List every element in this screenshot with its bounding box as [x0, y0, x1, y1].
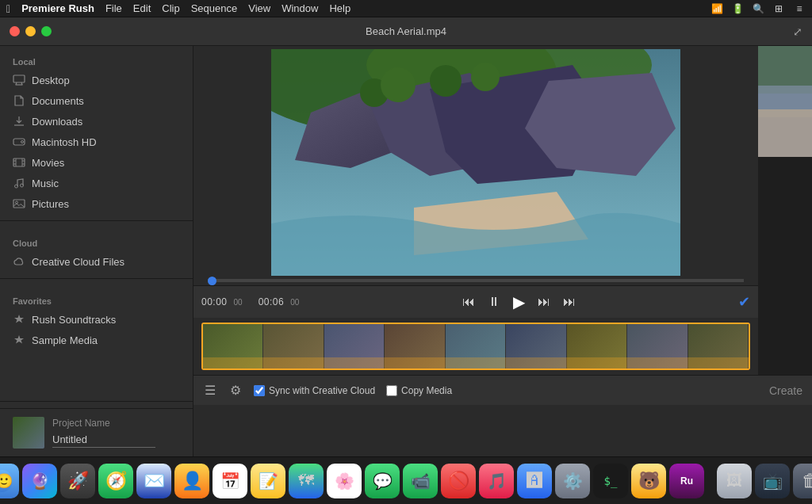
step-back-button[interactable]: ⏸ — [485, 293, 504, 311]
copy-checkbox-label[interactable]: Copy Media — [386, 385, 452, 396]
sidebar-item-samplemedia[interactable]: Sample Media — [0, 330, 193, 350]
window-title: Beach Aerial.mp4 — [366, 25, 446, 37]
video-preview: 00:00 00 00:06 00 ⏮ ⏸ ▶ ⏭ ⏭ ✔ — [193, 46, 758, 375]
dock-notes[interactable]: 📝 — [251, 464, 285, 498]
video-frame[interactable] — [271, 49, 680, 276]
filter-button[interactable]: ⚙ — [228, 381, 243, 399]
dock-bear[interactable]: 🐻 — [631, 464, 666, 498]
copy-checkbox[interactable] — [386, 385, 397, 396]
dock-screen[interactable]: 📺 — [755, 464, 790, 498]
favorites-section-label: Favorites — [0, 285, 193, 309]
sidebar-item-desktop[interactable]: Desktop — [0, 70, 193, 90]
star-icon-1 — [13, 313, 25, 326]
sidebar-item-documents[interactable]: Documents — [0, 90, 193, 111]
svg-rect-16 — [13, 200, 25, 208]
playback-progress-bar[interactable] — [208, 279, 744, 282]
sidebar-item-rushsoundtracks[interactable]: Rush Soundtracks — [0, 309, 193, 330]
dock-stop[interactable]: 🚫 — [441, 464, 476, 498]
step-forward-button[interactable]: ⏭ — [534, 293, 553, 311]
macintoshhd-label: Macintosh HD — [32, 136, 97, 148]
dock-rush[interactable]: Ru — [669, 464, 704, 498]
create-button[interactable]: Create — [769, 384, 802, 397]
sync-label: Sync with Creative Cloud — [269, 385, 375, 396]
movies-label: Movies — [32, 157, 64, 169]
svg-text:🙂: 🙂 — [0, 472, 13, 490]
cloud-icon — [13, 255, 25, 268]
menu-edit[interactable]: Edit — [133, 2, 151, 14]
sidebar-item-music[interactable]: Music — [0, 173, 193, 193]
minimize-button[interactable] — [25, 26, 36, 36]
menu-window[interactable]: Window — [282, 2, 318, 14]
side-thumbnail-svg — [758, 46, 812, 157]
filter-menu-button[interactable]: ☰ — [203, 381, 217, 399]
playback-handle[interactable] — [208, 277, 216, 285]
dock-music[interactable]: 🎵 — [479, 464, 514, 498]
main-area: Local Desktop Documents Downloads — [0, 46, 812, 456]
project-name-input[interactable] — [52, 432, 155, 448]
dock-messages[interactable]: 💬 — [365, 464, 400, 498]
svg-rect-5 — [13, 139, 25, 145]
skip-back-button[interactable]: ⏮ — [459, 293, 478, 311]
sidebar-item-creativecloud[interactable]: Creative Cloud Files — [0, 251, 193, 272]
sidebar-item-macintoshhd[interactable]: Macintosh HD — [0, 132, 193, 152]
filmstrip-selection-overlay — [203, 357, 749, 368]
video-svg — [271, 49, 680, 276]
desktop-icon — [13, 74, 25, 86]
dock-photos[interactable]: 🌸 — [327, 464, 362, 498]
svg-point-6 — [21, 141, 24, 143]
play-button[interactable]: ▶ — [510, 291, 528, 313]
titlebar: Beach Aerial.mp4 ⤢ — [0, 17, 812, 46]
maximize-button[interactable] — [41, 26, 52, 36]
dock-safari[interactable]: 🧭 — [98, 464, 133, 498]
rushsoundtracks-label: Rush Soundtracks — [32, 314, 116, 326]
pictures-icon — [13, 197, 25, 210]
video-content — [271, 49, 680, 276]
dock-finder[interactable]: 🙂 — [0, 464, 19, 498]
dock-contacts[interactable]: 👤 — [174, 464, 209, 498]
dock-maps[interactable]: 🗺 — [289, 464, 324, 498]
sidebar-item-pictures[interactable]: Pictures — [0, 193, 193, 214]
skip-forward-button[interactable]: ⏭ — [560, 293, 579, 311]
dock-photos2[interactable]: 🖼 — [717, 464, 752, 498]
menu-help[interactable]: Help — [329, 2, 350, 14]
menu-file[interactable]: File — [105, 2, 122, 14]
dock-appstore[interactable]: 🅰 — [517, 464, 552, 498]
dock-calendar[interactable]: 📅 — [213, 464, 247, 498]
filmstrip[interactable] — [201, 323, 750, 370]
video-container — [193, 46, 758, 285]
copy-label: Copy Media — [401, 385, 452, 396]
cloud-section-label: Cloud — [0, 227, 193, 251]
search-icon[interactable]: 🔍 — [752, 2, 764, 15]
dock-terminal[interactable]: $_ — [593, 464, 628, 498]
expand-icon[interactable]: ⤢ — [793, 25, 802, 38]
documents-label: Documents — [32, 95, 84, 107]
menubar:  Premiere Rush File Edit Clip Sequence … — [0, 0, 812, 17]
menu-view[interactable]: View — [248, 2, 270, 14]
dock-settings[interactable]: ⚙️ — [555, 464, 590, 498]
dock-mail[interactable]: ✉️ — [136, 464, 171, 498]
downloads-icon — [13, 115, 25, 128]
sidebar-item-movies[interactable]: Movies — [0, 152, 193, 173]
svg-point-22 — [381, 67, 416, 102]
svg-point-24 — [471, 63, 500, 91]
sync-checkbox[interactable] — [254, 385, 265, 396]
music-icon — [13, 177, 25, 189]
done-icon: ✔ — [738, 293, 750, 311]
content-area: 00:00 00 00:06 00 ⏮ ⏸ ▶ ⏭ ⏭ ✔ — [193, 46, 812, 456]
notification-icon[interactable]: ≡ — [793, 2, 806, 15]
dock-facetime[interactable]: 📹 — [403, 464, 438, 498]
control-center-icon[interactable]: ⊞ — [772, 2, 785, 15]
menubar-right: 📶 🔋 🔍 ⊞ ≡ — [710, 2, 806, 15]
svg-rect-28 — [758, 109, 812, 157]
sync-checkbox-label[interactable]: Sync with Creative Cloud — [254, 385, 375, 396]
menu-clip[interactable]: Clip — [162, 2, 179, 14]
apple-menu[interactable]:  — [6, 2, 10, 15]
menu-sequence[interactable]: Sequence — [191, 2, 238, 14]
dock-trash[interactable]: 🗑 — [793, 464, 812, 498]
sidebar: Local Desktop Documents Downloads — [0, 46, 193, 456]
dock-siri[interactable]: 🔮 — [22, 464, 57, 498]
sidebar-divider-3 — [0, 401, 193, 402]
close-button[interactable] — [10, 26, 20, 36]
sidebar-item-downloads[interactable]: Downloads — [0, 111, 193, 132]
dock-launchpad[interactable]: 🚀 — [60, 464, 95, 498]
